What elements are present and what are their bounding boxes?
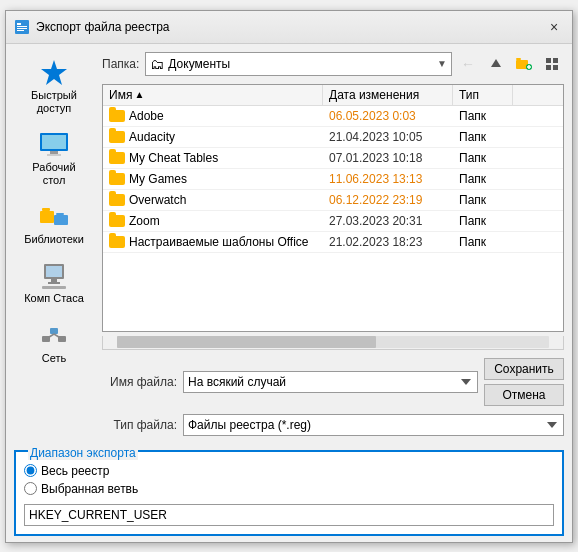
svg-rect-30 (553, 58, 558, 63)
file-name: Настраиваемые шаблоны Office (129, 235, 309, 249)
dialog-window: Экспорт файла реестра × Быстрый доступ (5, 10, 573, 543)
svg-rect-32 (553, 65, 558, 70)
sidebar-item-quickaccess[interactable]: Быстрый доступ (17, 52, 92, 120)
table-row[interactable]: Overwatch06.12.2022 23:19Папк (103, 190, 563, 211)
folder-icon-small: 🗂 (150, 56, 164, 72)
table-row[interactable]: My Cheat Tables07.01.2023 10:18Папк (103, 148, 563, 169)
filetype-select[interactable]: Файлы реестра (*.reg) (183, 414, 564, 436)
cancel-button[interactable]: Отмена (484, 384, 564, 406)
sidebar-item-network[interactable]: Сеть (17, 315, 92, 370)
nav-up-button[interactable] (484, 52, 508, 76)
svg-rect-10 (40, 211, 54, 223)
file-date: 07.01.2023 10:18 (323, 148, 453, 168)
dialog-title: Экспорт файла реестра (36, 20, 170, 34)
radio-group: Весь реестр Выбранная ветвь (24, 464, 554, 526)
export-range-section: Диапазон экспорта Весь реестр Выбранная … (14, 450, 564, 536)
radio-branch-input[interactable] (24, 482, 37, 495)
right-panel: Папка: 🗂 Документы ▼ ← (102, 52, 564, 436)
svg-rect-1 (17, 23, 21, 25)
file-list[interactable]: Имя ▲ Дата изменения Тип Adobe06.05.2023… (102, 84, 564, 332)
file-date: 21.04.2023 10:05 (323, 127, 453, 147)
up-icon (489, 57, 503, 71)
filename-label: Имя файла: (102, 375, 177, 389)
col-header-name[interactable]: Имя ▲ (103, 85, 323, 105)
title-bar: Экспорт файла реестра × (6, 11, 572, 44)
folder-icon (109, 236, 125, 248)
svg-rect-3 (17, 28, 27, 29)
view-icon (545, 57, 559, 71)
dialog-body: Быстрый доступ Рабочий стол (6, 44, 572, 444)
radio-all-input[interactable] (24, 464, 37, 477)
scrollbar-thumb[interactable] (117, 336, 376, 348)
horizontal-scrollbar[interactable] (102, 336, 564, 350)
radio-selected-branch[interactable]: Выбранная ветвь (24, 482, 554, 496)
table-row[interactable]: My Games11.06.2023 13:13Папк (103, 169, 563, 190)
registry-icon (14, 19, 30, 35)
svg-rect-25 (516, 58, 521, 60)
folder-icon (109, 194, 125, 206)
folder-icon (109, 131, 125, 143)
sidebar-label-desktop: Рабочий стол (20, 161, 89, 187)
col-header-type[interactable]: Тип (453, 85, 513, 105)
libraries-icon (38, 201, 70, 233)
sidebar-label-libraries: Библиотеки (24, 233, 84, 246)
sidebar-item-desktop[interactable]: Рабочий стол (17, 124, 92, 192)
file-type: Папк (453, 169, 513, 189)
svg-rect-29 (546, 58, 551, 63)
file-type: Папк (453, 232, 513, 252)
svg-rect-4 (17, 30, 24, 31)
sidebar-label-pc: Комп Стаса (24, 292, 84, 305)
file-rows-container: Adobe06.05.2023 0:03ПапкAudacity21.04.20… (103, 106, 563, 253)
radio-branch-label[interactable]: Выбранная ветвь (41, 482, 138, 496)
export-range-title: Диапазон экспорта (28, 446, 138, 460)
hkey-input[interactable] (24, 504, 554, 526)
file-date: 27.03.2023 20:31 (323, 211, 453, 231)
svg-rect-12 (54, 215, 68, 225)
nav-newfolder-button[interactable] (512, 52, 536, 76)
location-bar[interactable]: 🗂 Документы ▼ (145, 52, 452, 76)
file-type: Папк (453, 211, 513, 231)
folder-icon (109, 110, 125, 122)
svg-rect-31 (546, 65, 551, 70)
action-buttons: Сохранить Отмена (484, 358, 564, 406)
table-row[interactable]: Настраиваемые шаблоны Office21.02.2023 1… (103, 232, 563, 253)
file-name: Adobe (129, 109, 164, 123)
folder-label: Папка: (102, 57, 139, 71)
file-date: 06.12.2022 23:19 (323, 190, 453, 210)
save-button[interactable]: Сохранить (484, 358, 564, 380)
desktop-icon (38, 129, 70, 161)
svg-rect-20 (50, 328, 58, 334)
close-button[interactable]: × (544, 17, 564, 37)
newfolder-icon (516, 57, 532, 71)
sidebar-item-libraries[interactable]: Библиотеки (17, 196, 92, 251)
nav-back-button[interactable]: ← (456, 52, 480, 76)
table-row[interactable]: Adobe06.05.2023 0:03Папк (103, 106, 563, 127)
svg-rect-17 (48, 282, 60, 284)
nav-view-button[interactable] (540, 52, 564, 76)
filename-input[interactable]: На всякий случай (183, 371, 478, 393)
dropdown-arrow-icon: ▼ (437, 58, 447, 69)
svg-rect-15 (46, 266, 62, 277)
pc-icon (38, 260, 70, 292)
quickaccess-icon (38, 57, 70, 89)
svg-rect-16 (51, 279, 57, 282)
file-name: My Games (129, 172, 187, 186)
location-text: Документы (168, 57, 433, 71)
col-header-date[interactable]: Дата изменения (323, 85, 453, 105)
file-type: Папк (453, 106, 513, 126)
sort-arrow-icon: ▲ (134, 89, 144, 100)
radio-all-label[interactable]: Весь реестр (41, 464, 109, 478)
table-row[interactable]: Audacity21.04.2023 10:05Папк (103, 127, 563, 148)
file-date: 06.05.2023 0:03 (323, 106, 453, 126)
file-date: 21.02.2023 18:23 (323, 232, 453, 252)
sidebar-label-quickaccess: Быстрый доступ (20, 89, 89, 115)
file-type: Папк (453, 190, 513, 210)
filetype-row: Тип файла: Файлы реестра (*.reg) (102, 414, 564, 436)
svg-rect-18 (42, 286, 66, 289)
sidebar-item-pc[interactable]: Комп Стаса (17, 255, 92, 310)
radio-all-registry[interactable]: Весь реестр (24, 464, 554, 478)
svg-rect-7 (42, 135, 66, 149)
svg-rect-8 (50, 151, 58, 154)
file-name: Audacity (129, 130, 175, 144)
table-row[interactable]: Zoom27.03.2023 20:31Папк (103, 211, 563, 232)
